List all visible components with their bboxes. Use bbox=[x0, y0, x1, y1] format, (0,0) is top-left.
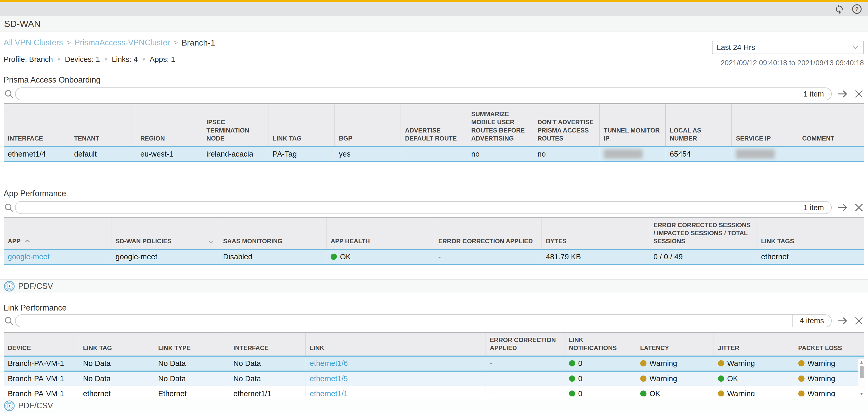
column-header[interactable]: LINK TAGS bbox=[757, 217, 864, 249]
separator-dot bbox=[105, 58, 107, 61]
column-header[interactable]: ERROR CORRECTION APPLIED bbox=[434, 217, 541, 249]
clear-filter-close-icon[interactable] bbox=[854, 315, 864, 326]
redacted-ip-value bbox=[604, 149, 643, 159]
column-header[interactable]: LINK NOTIFICATIONS bbox=[565, 332, 636, 355]
column-header[interactable]: COMMENT bbox=[798, 104, 864, 146]
vertical-scrollbar[interactable]: ▲ ▼ bbox=[858, 359, 865, 399]
link-interface-link[interactable]: ethernet1/6 bbox=[310, 359, 348, 368]
scroll-up-arrow-icon[interactable]: ▲ bbox=[860, 359, 864, 365]
column-header[interactable]: PACKET LOSS bbox=[794, 332, 864, 355]
separator-dot bbox=[143, 58, 145, 61]
column-header[interactable]: LINK TAG bbox=[269, 104, 335, 146]
column-header[interactable]: LOCAL AS NUMBER bbox=[665, 104, 732, 146]
search-icon bbox=[4, 316, 14, 326]
cell-interface: ethernet1/1 bbox=[229, 386, 306, 397]
cell-dont-advertise: no bbox=[533, 146, 599, 162]
cell-local-as-number: 65454 bbox=[665, 146, 732, 162]
table-row[interactable]: Branch-PA-VM-1 No Data No Data No Data e… bbox=[4, 356, 864, 371]
title-bar: SD-WAN bbox=[0, 16, 868, 32]
column-header[interactable]: INTERFACE bbox=[229, 332, 306, 355]
pdf-csv-label: PDF/CSV bbox=[18, 281, 53, 291]
clear-filter-close-icon[interactable] bbox=[854, 89, 864, 99]
cell-comment bbox=[798, 146, 864, 162]
column-header[interactable]: REGION bbox=[136, 104, 202, 146]
column-header[interactable]: LATENCY bbox=[636, 332, 714, 355]
window-bar: ? bbox=[0, 2, 868, 16]
cell-sessions: 0 / 0 / 49 bbox=[649, 249, 757, 265]
table-row[interactable]: Branch-PA-VM-1 ethernet Ethernet etherne… bbox=[4, 386, 864, 397]
cell-sdwan-policies: google-meet bbox=[111, 249, 219, 265]
app-performance-table: APP SD-WAN POLICIES SAAS MONITORING APP … bbox=[4, 217, 864, 265]
cell-link-tag: ethernet bbox=[79, 386, 154, 397]
table-row[interactable]: ethernet1/4 default eu-west-1 ireland-ac… bbox=[4, 146, 864, 162]
column-header[interactable]: ERROR CORRECTED SESSIONS / IMPACTED SESS… bbox=[649, 217, 757, 249]
breadcrumb-all-vpn-clusters[interactable]: All VPN Clusters bbox=[4, 38, 63, 47]
page-title: SD-WAN bbox=[4, 19, 41, 29]
column-header[interactable]: LINK TAG bbox=[79, 332, 154, 355]
search-input[interactable] bbox=[16, 88, 796, 100]
cell-interface: ethernet1/4 bbox=[4, 146, 70, 162]
column-header[interactable]: ERROR CORRECTION APPLIED bbox=[486, 332, 565, 355]
column-header[interactable]: DON'T ADVERTISE PRISMA ACCESS ROUTES bbox=[533, 104, 599, 146]
search-icon bbox=[4, 89, 14, 99]
item-count-badge: 1 item bbox=[796, 202, 831, 213]
svg-text:?: ? bbox=[855, 6, 859, 12]
redacted-ip-value bbox=[736, 149, 775, 159]
table-row[interactable]: google-meet google-meet Disabled OK - 48… bbox=[4, 249, 864, 265]
app-link[interactable]: google-meet bbox=[8, 252, 50, 261]
link-performance-table-body: Branch-PA-VM-1 No Data No Data No Data e… bbox=[4, 355, 864, 397]
column-header[interactable]: JITTER bbox=[714, 332, 794, 355]
link-interface-link[interactable]: ethernet1/5 bbox=[310, 374, 348, 383]
onboarding-search-row: 1 item bbox=[4, 87, 864, 101]
export-bar: PDF/CSV bbox=[0, 279, 868, 293]
refresh-icon[interactable] bbox=[834, 4, 845, 14]
column-header[interactable]: IPSEC TERMINATION NODE bbox=[202, 104, 268, 146]
table-row[interactable]: Branch-PA-VM-1 No Data No Data No Data e… bbox=[4, 371, 864, 386]
help-icon[interactable]: ? bbox=[851, 4, 862, 14]
cell-summarize-routes: no bbox=[467, 146, 533, 162]
clear-filter-close-icon[interactable] bbox=[854, 202, 864, 213]
time-range-dropdown[interactable]: Last 24 Hrs bbox=[712, 41, 864, 54]
column-header[interactable]: INTERFACE bbox=[4, 104, 70, 146]
column-header[interactable]: APP HEALTH bbox=[327, 217, 434, 249]
search-input[interactable] bbox=[16, 202, 796, 213]
column-header[interactable]: DEVICE bbox=[4, 332, 79, 355]
pdf-document-icon bbox=[4, 280, 15, 292]
summary-profile: Profile: Branch bbox=[4, 55, 53, 64]
summary-apps: Apps: 1 bbox=[150, 55, 175, 64]
cell-advertise-default-route bbox=[401, 146, 467, 162]
apply-filter-arrow-icon[interactable] bbox=[837, 89, 848, 99]
cell-app: google-meet bbox=[4, 249, 111, 265]
scroll-down-arrow-icon[interactable]: ▼ bbox=[860, 391, 864, 397]
bottom-export-bar: PDF/CSV bbox=[0, 398, 868, 413]
column-header[interactable]: BYTES bbox=[541, 217, 649, 249]
apply-filter-arrow-icon[interactable] bbox=[837, 315, 848, 326]
column-header-sdwan-policies[interactable]: SD-WAN POLICIES bbox=[111, 217, 219, 249]
column-header-app[interactable]: APP bbox=[4, 217, 111, 249]
column-header[interactable]: ADVERTISE DEFAULT ROUTE bbox=[401, 104, 467, 146]
search-input[interactable] bbox=[16, 315, 792, 327]
cell-link: ethernet1/5 bbox=[306, 371, 486, 386]
column-header[interactable]: LINK TYPE bbox=[154, 332, 229, 355]
cell-latency: OK bbox=[636, 386, 714, 397]
cell-bgp: yes bbox=[335, 146, 401, 162]
column-header[interactable]: BGP bbox=[335, 104, 401, 146]
chevron-down-icon[interactable] bbox=[207, 238, 215, 245]
column-header[interactable]: SERVICE IP bbox=[732, 104, 798, 146]
search-icon bbox=[4, 202, 14, 213]
pdf-csv-button[interactable]: PDF/CSV bbox=[4, 400, 53, 411]
cell-error-correction: - bbox=[486, 371, 565, 386]
cell-app-health: OK bbox=[327, 249, 434, 265]
link-interface-link[interactable]: ethernet1/1 bbox=[310, 389, 348, 397]
column-header[interactable]: SAAS MONITORING bbox=[219, 217, 327, 249]
app-search-row: 1 item bbox=[4, 201, 864, 214]
column-header[interactable]: LINK bbox=[306, 332, 486, 355]
apply-filter-arrow-icon[interactable] bbox=[837, 202, 848, 213]
column-header[interactable]: SUMMARIZE MOBILE USER ROUTES BEFORE ADVE… bbox=[467, 104, 533, 146]
column-header[interactable]: TENANT bbox=[70, 104, 136, 146]
breadcrumb-vpn-cluster[interactable]: PrismaAccess-VPNCluster bbox=[74, 38, 170, 47]
column-header[interactable]: TUNNEL MONITOR IP bbox=[599, 104, 665, 146]
scrollbar-thumb[interactable] bbox=[860, 366, 864, 378]
pdf-csv-button[interactable]: PDF/CSV bbox=[4, 280, 53, 292]
cell-service-ip bbox=[732, 146, 798, 162]
